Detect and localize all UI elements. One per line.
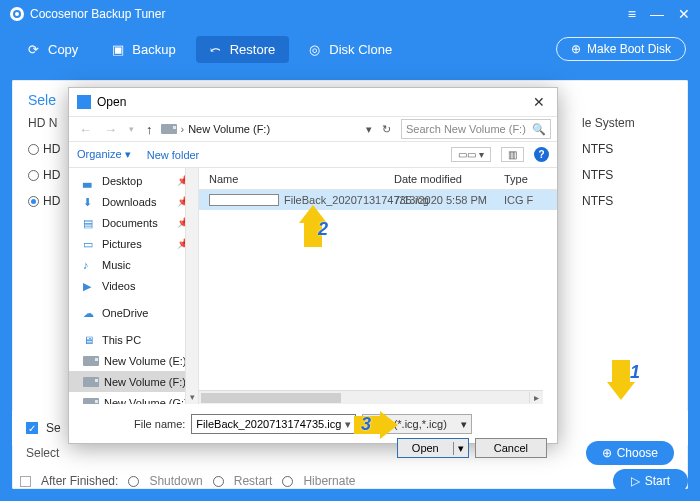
app-logo <box>10 7 24 21</box>
tree-item-pictures[interactable]: ▭Pictures📌 <box>69 233 198 254</box>
tree-item-thispc[interactable]: 🖥This PC <box>69 329 198 350</box>
disk-clone-button[interactable]: ◎Disk Clone <box>295 36 406 63</box>
nav-up-icon[interactable]: ↑ <box>142 122 157 137</box>
start-button[interactable]: ▷Start <box>613 469 688 493</box>
nav-forward-icon[interactable]: → <box>100 122 121 137</box>
tree-item-drive-e[interactable]: New Volume (E:) <box>69 350 198 371</box>
save-icon: ▣ <box>112 42 126 56</box>
tree-item-onedrive[interactable]: ☁OneDrive <box>69 302 198 323</box>
main-toolbar: ⟳Copy ▣Backup ⤺Restore ◎Disk Clone ⊕Make… <box>0 28 700 70</box>
refresh-icon: ⟳ <box>28 42 42 56</box>
chevron-down-icon[interactable]: ▾ <box>125 124 138 134</box>
open-button[interactable]: Open▾ <box>397 438 469 458</box>
radio-icon[interactable] <box>28 144 39 155</box>
nav-back-icon[interactable]: ← <box>75 122 96 137</box>
file-icon <box>209 194 279 206</box>
tree-item-music[interactable]: ♪Music <box>69 254 198 275</box>
restore-icon: ⤺ <box>210 42 224 56</box>
horizontal-scrollbar[interactable]: ▸ <box>199 390 543 404</box>
music-icon: ♪ <box>83 259 97 271</box>
copy-button[interactable]: ⟳Copy <box>14 36 92 63</box>
restore-button[interactable]: ⤺Restore <box>196 36 290 63</box>
tree-item-drive-f[interactable]: New Volume (F:) <box>69 371 198 392</box>
view-mode-button[interactable]: ▭▭ ▾ <box>451 147 491 162</box>
documents-icon: ▤ <box>83 217 97 229</box>
dialog-close-icon[interactable]: ✕ <box>529 94 549 110</box>
file-row[interactable]: FileBack_2020713174735.icg 7/13/2020 5:5… <box>199 190 557 210</box>
radio-icon[interactable] <box>282 476 293 487</box>
filename-input[interactable]: FileBack_2020713174735.icg▾ <box>191 414 356 434</box>
title-bar: Cocosenor Backup Tuner ≡ — ✕ <box>0 0 700 28</box>
radio-icon[interactable] <box>28 170 39 181</box>
minimize-icon[interactable]: — <box>650 6 664 22</box>
plus-icon: ⊕ <box>571 42 581 56</box>
app-title: Cocosenor Backup Tuner <box>30 7 165 21</box>
play-icon: ▷ <box>631 474 640 488</box>
preview-pane-button[interactable]: ▥ <box>501 147 524 162</box>
folder-tree[interactable]: ▃Desktop📌 ⬇Downloads📌 ▤Documents📌 ▭Pictu… <box>69 168 199 404</box>
select-label: Select <box>26 446 59 460</box>
new-folder-button[interactable]: New folder <box>147 149 200 161</box>
make-boot-disk-button[interactable]: ⊕Make Boot Disk <box>556 37 686 61</box>
tree-item-documents[interactable]: ▤Documents📌 <box>69 212 198 233</box>
cancel-button[interactable]: Cancel <box>475 438 547 458</box>
filetype-select[interactable]: Files (*.icg,*.icg)▾ <box>362 414 472 434</box>
radio-icon[interactable] <box>213 476 224 487</box>
backup-button[interactable]: ▣Backup <box>98 36 189 63</box>
search-icon: 🔍 <box>532 123 546 136</box>
cloud-icon: ☁ <box>83 307 97 319</box>
drive-icon <box>83 398 99 405</box>
help-icon[interactable]: ? <box>534 147 549 162</box>
filename-label: File name: <box>134 418 185 430</box>
clone-icon: ◎ <box>309 42 323 56</box>
after-label: After Finished: <box>41 474 118 488</box>
refresh-icon[interactable]: ↻ <box>382 123 391 136</box>
radio-icon[interactable] <box>128 476 139 487</box>
chevron-down-icon[interactable]: ▾ <box>453 442 468 455</box>
dialog-icon <box>77 95 91 109</box>
download-icon: ⬇ <box>83 196 97 208</box>
path-bar[interactable]: › New Volume (F:) ▾ ↻ <box>161 123 398 136</box>
dialog-nav: ← → ▾ ↑ › New Volume (F:) ▾ ↻ Search New… <box>69 116 557 142</box>
drive-icon <box>83 377 99 387</box>
file-columns[interactable]: Name Date modified Type <box>199 168 557 190</box>
checkbox-icon[interactable]: ✓ <box>26 422 38 434</box>
tree-item-downloads[interactable]: ⬇Downloads📌 <box>69 191 198 212</box>
se-label: Se <box>46 421 61 435</box>
tree-item-drive-g[interactable]: New Volume (G:) <box>69 392 198 404</box>
open-file-dialog: Open ✕ ← → ▾ ↑ › New Volume (F:) ▾ ↻ Sea… <box>68 87 558 444</box>
tree-item-videos[interactable]: ▶Videos <box>69 275 198 296</box>
tree-item-desktop[interactable]: ▃Desktop📌 <box>69 170 198 191</box>
pictures-icon: ▭ <box>83 238 97 250</box>
dialog-title: Open <box>97 95 126 109</box>
radio-icon[interactable] <box>28 196 39 207</box>
plus-circle-icon: ⊕ <box>602 446 612 460</box>
search-input[interactable]: Search New Volume (F:) 🔍 <box>401 119 551 139</box>
tree-scrollbar[interactable]: ▾ <box>185 168 198 404</box>
choose-button[interactable]: ⊕Choose <box>586 441 674 465</box>
drive-icon <box>161 124 177 134</box>
menu-icon[interactable]: ≡ <box>628 6 636 22</box>
desktop-icon: ▃ <box>83 175 97 187</box>
pc-icon: 🖥 <box>83 334 97 346</box>
drive-icon <box>83 356 99 366</box>
after-checkbox[interactable] <box>20 476 31 487</box>
organize-menu[interactable]: Organize ▾ <box>77 148 131 161</box>
close-icon[interactable]: ✕ <box>678 6 690 22</box>
videos-icon: ▶ <box>83 280 97 292</box>
